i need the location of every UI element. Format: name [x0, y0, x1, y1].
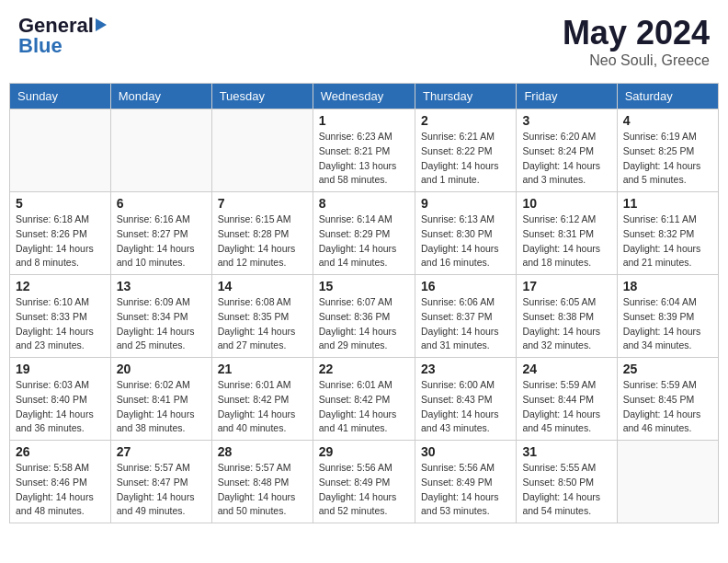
- day-number: 3: [522, 113, 610, 128]
- calendar-week-row: 26Sunrise: 5:58 AMSunset: 8:46 PMDayligh…: [10, 441, 719, 523]
- month-title: May 2024: [563, 14, 710, 52]
- calendar-cell: 4Sunrise: 6:19 AMSunset: 8:25 PMDaylight…: [617, 109, 718, 192]
- day-info: Sunrise: 5:57 AMSunset: 8:47 PMDaylight:…: [117, 461, 206, 519]
- day-info: Sunrise: 6:23 AMSunset: 8:21 PMDaylight:…: [319, 130, 409, 188]
- weekday-header-wednesday: Wednesday: [313, 84, 415, 109]
- day-info: Sunrise: 5:57 AMSunset: 8:48 PMDaylight:…: [218, 461, 307, 519]
- calendar-cell: 29Sunrise: 5:56 AMSunset: 8:49 PMDayligh…: [313, 441, 415, 523]
- day-info: Sunrise: 6:19 AMSunset: 8:25 PMDaylight:…: [623, 130, 712, 188]
- calendar-cell: 5Sunrise: 6:18 AMSunset: 8:26 PMDaylight…: [10, 192, 111, 275]
- day-number: 27: [117, 444, 206, 459]
- day-info: Sunrise: 6:08 AMSunset: 8:35 PMDaylight:…: [218, 295, 307, 353]
- day-number: 31: [522, 444, 610, 459]
- day-info: Sunrise: 6:01 AMSunset: 8:42 PMDaylight:…: [218, 378, 307, 436]
- day-info: Sunrise: 6:15 AMSunset: 8:28 PMDaylight:…: [218, 213, 307, 270]
- calendar-cell: [110, 109, 211, 192]
- day-info: Sunrise: 6:18 AMSunset: 8:26 PMDaylight:…: [16, 213, 105, 270]
- day-info: Sunrise: 6:13 AMSunset: 8:30 PMDaylight:…: [421, 213, 510, 270]
- calendar-cell: 19Sunrise: 6:03 AMSunset: 8:40 PMDayligh…: [10, 358, 111, 441]
- weekday-header-friday: Friday: [517, 84, 617, 109]
- calendar-cell: [617, 441, 718, 523]
- day-number: 9: [421, 196, 510, 211]
- calendar-cell: 6Sunrise: 6:16 AMSunset: 8:27 PMDaylight…: [110, 192, 211, 275]
- calendar-cell: 28Sunrise: 5:57 AMSunset: 8:48 PMDayligh…: [211, 441, 313, 523]
- weekday-header-monday: Monday: [110, 84, 211, 109]
- calendar-week-row: 5Sunrise: 6:18 AMSunset: 8:26 PMDaylight…: [10, 192, 719, 275]
- day-number: 13: [117, 279, 206, 293]
- day-info: Sunrise: 6:06 AMSunset: 8:37 PMDaylight:…: [421, 295, 510, 353]
- calendar-cell: 15Sunrise: 6:07 AMSunset: 8:36 PMDayligh…: [313, 275, 415, 358]
- day-number: 29: [319, 444, 409, 459]
- calendar-cell: 12Sunrise: 6:10 AMSunset: 8:33 PMDayligh…: [10, 275, 111, 358]
- calendar-cell: 17Sunrise: 6:05 AMSunset: 8:38 PMDayligh…: [517, 275, 617, 358]
- day-number: 12: [16, 279, 105, 293]
- day-info: Sunrise: 6:07 AMSunset: 8:36 PMDaylight:…: [319, 295, 409, 353]
- day-info: Sunrise: 6:09 AMSunset: 8:34 PMDaylight:…: [117, 295, 206, 353]
- day-number: 11: [623, 196, 712, 211]
- calendar-cell: 2Sunrise: 6:21 AMSunset: 8:22 PMDaylight…: [415, 109, 516, 192]
- calendar-cell: 10Sunrise: 6:12 AMSunset: 8:31 PMDayligh…: [517, 192, 617, 275]
- calendar-cell: 26Sunrise: 5:58 AMSunset: 8:46 PMDayligh…: [10, 441, 111, 523]
- title-area: May 2024 Neo Souli, Greece: [563, 14, 710, 69]
- calendar-cell: 16Sunrise: 6:06 AMSunset: 8:37 PMDayligh…: [415, 275, 516, 358]
- calendar-cell: 23Sunrise: 6:00 AMSunset: 8:43 PMDayligh…: [415, 358, 516, 441]
- weekday-header-sunday: Sunday: [10, 84, 111, 109]
- day-number: 17: [522, 279, 610, 293]
- calendar-cell: 7Sunrise: 6:15 AMSunset: 8:28 PMDaylight…: [211, 192, 313, 275]
- day-info: Sunrise: 5:56 AMSunset: 8:49 PMDaylight:…: [319, 461, 409, 519]
- day-number: 25: [623, 362, 712, 376]
- calendar-cell: 27Sunrise: 5:57 AMSunset: 8:47 PMDayligh…: [110, 441, 211, 523]
- day-number: 1: [319, 113, 409, 128]
- calendar-cell: 21Sunrise: 6:01 AMSunset: 8:42 PMDayligh…: [211, 358, 313, 441]
- calendar-cell: 3Sunrise: 6:20 AMSunset: 8:24 PMDaylight…: [517, 109, 617, 192]
- day-number: 23: [421, 362, 510, 376]
- calendar-cell: 24Sunrise: 5:59 AMSunset: 8:44 PMDayligh…: [517, 358, 617, 441]
- day-number: 15: [319, 279, 409, 293]
- calendar-table: SundayMondayTuesdayWednesdayThursdayFrid…: [9, 83, 719, 523]
- calendar-week-row: 12Sunrise: 6:10 AMSunset: 8:33 PMDayligh…: [10, 275, 719, 358]
- day-info: Sunrise: 6:04 AMSunset: 8:39 PMDaylight:…: [623, 295, 712, 353]
- day-info: Sunrise: 6:01 AMSunset: 8:42 PMDaylight:…: [319, 378, 409, 436]
- day-info: Sunrise: 5:59 AMSunset: 8:45 PMDaylight:…: [623, 378, 712, 436]
- day-info: Sunrise: 6:16 AMSunset: 8:27 PMDaylight:…: [117, 213, 206, 270]
- day-info: Sunrise: 6:12 AMSunset: 8:31 PMDaylight:…: [522, 213, 610, 270]
- day-number: 14: [218, 279, 307, 293]
- calendar-cell: [10, 109, 111, 192]
- calendar-cell: 31Sunrise: 5:55 AMSunset: 8:50 PMDayligh…: [517, 441, 617, 523]
- calendar-week-row: 19Sunrise: 6:03 AMSunset: 8:40 PMDayligh…: [10, 358, 719, 441]
- page-header: General Blue May 2024 Neo Souli, Greece: [9, 9, 719, 74]
- day-info: Sunrise: 5:58 AMSunset: 8:46 PMDaylight:…: [16, 461, 105, 519]
- location: Neo Souli, Greece: [563, 52, 710, 69]
- day-number: 4: [623, 113, 712, 128]
- calendar-cell: 9Sunrise: 6:13 AMSunset: 8:30 PMDaylight…: [415, 192, 516, 275]
- calendar-cell: 8Sunrise: 6:14 AMSunset: 8:29 PMDaylight…: [313, 192, 415, 275]
- calendar-cell: 25Sunrise: 5:59 AMSunset: 8:45 PMDayligh…: [617, 358, 718, 441]
- day-number: 26: [16, 444, 105, 459]
- day-number: 5: [16, 196, 105, 211]
- day-info: Sunrise: 6:21 AMSunset: 8:22 PMDaylight:…: [421, 130, 510, 188]
- day-number: 19: [16, 362, 105, 376]
- day-number: 18: [623, 279, 712, 293]
- weekday-header-thursday: Thursday: [415, 84, 516, 109]
- day-number: 21: [218, 362, 307, 376]
- calendar-cell: 22Sunrise: 6:01 AMSunset: 8:42 PMDayligh…: [313, 358, 415, 441]
- day-number: 6: [117, 196, 206, 211]
- calendar-header-row: SundayMondayTuesdayWednesdayThursdayFrid…: [10, 84, 719, 109]
- calendar-cell: 20Sunrise: 6:02 AMSunset: 8:41 PMDayligh…: [110, 358, 211, 441]
- day-info: Sunrise: 5:59 AMSunset: 8:44 PMDaylight:…: [522, 378, 610, 436]
- weekday-header-tuesday: Tuesday: [211, 84, 313, 109]
- calendar-cell: 30Sunrise: 5:56 AMSunset: 8:49 PMDayligh…: [415, 441, 516, 523]
- day-number: 20: [117, 362, 206, 376]
- day-info: Sunrise: 6:14 AMSunset: 8:29 PMDaylight:…: [319, 213, 409, 270]
- day-info: Sunrise: 6:11 AMSunset: 8:32 PMDaylight:…: [623, 213, 712, 270]
- calendar-cell: 14Sunrise: 6:08 AMSunset: 8:35 PMDayligh…: [211, 275, 313, 358]
- calendar-cell: 18Sunrise: 6:04 AMSunset: 8:39 PMDayligh…: [617, 275, 718, 358]
- calendar-cell: 13Sunrise: 6:09 AMSunset: 8:34 PMDayligh…: [110, 275, 211, 358]
- day-number: 30: [421, 444, 510, 459]
- day-number: 7: [218, 196, 307, 211]
- day-number: 22: [319, 362, 409, 376]
- day-info: Sunrise: 5:56 AMSunset: 8:49 PMDaylight:…: [421, 461, 510, 519]
- logo-arrow-icon: [96, 18, 107, 31]
- day-info: Sunrise: 6:20 AMSunset: 8:24 PMDaylight:…: [522, 130, 610, 188]
- day-number: 28: [218, 444, 307, 459]
